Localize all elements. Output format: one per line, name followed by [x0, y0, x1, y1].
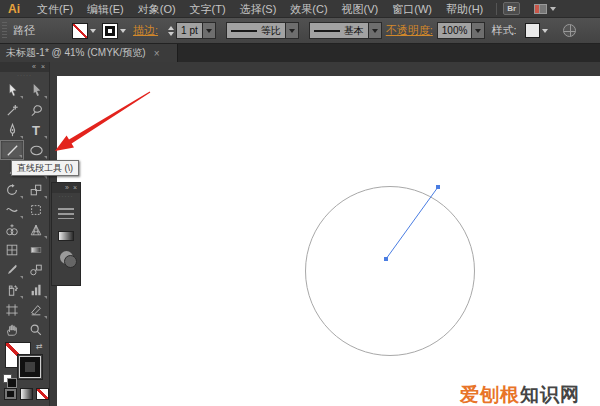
document-setup-icon[interactable]	[563, 24, 576, 37]
stroke-weight-combo[interactable]: 1 pt	[176, 22, 216, 39]
blend-tool[interactable]	[24, 260, 48, 280]
artboard[interactable]: 爱刨根知识网	[57, 76, 600, 406]
chevron-down-icon	[120, 29, 126, 33]
chevron-down-icon	[542, 29, 548, 33]
chevron-down-icon[interactable]	[471, 23, 484, 38]
panel-grip-icon[interactable]: ·····	[0, 72, 49, 80]
transparency-panel-button[interactable]	[56, 249, 76, 266]
brush-definition-value: 基本	[310, 23, 368, 38]
expand-panel-icon[interactable]: »	[65, 183, 69, 193]
color-mode-button[interactable]	[4, 388, 17, 400]
menu-effect[interactable]: 效果(C)	[283, 0, 334, 18]
style-label: 样式:	[491, 23, 516, 38]
eyedropper-tool[interactable]	[0, 260, 24, 280]
lasso-tool[interactable]	[24, 100, 48, 120]
stroke-swatch	[102, 23, 118, 39]
menubar: Ai 文件(F) 编辑(E) 对象(O) 文字(T) 选择(S) 效果(C) 视…	[0, 0, 600, 18]
fill-none-swatch	[72, 23, 88, 39]
chevron-down-icon[interactable]	[368, 23, 381, 38]
free-transform-tool[interactable]	[24, 200, 48, 220]
menu-file[interactable]: 文件(F)	[30, 0, 80, 18]
document-tab-bar: 未标题-1* @ 41% (CMYK/预览) ×	[0, 44, 600, 62]
stroke-swatch-black[interactable]	[17, 354, 43, 380]
canvas-area[interactable]: 爱刨根知识网	[50, 62, 600, 406]
style-swatch	[525, 23, 540, 38]
workspace-switcher-button[interactable]	[534, 4, 556, 14]
fill-color-picker[interactable]	[72, 23, 96, 39]
watermark-gray-text: 知识网	[520, 384, 580, 405]
gradient-panel-button[interactable]	[56, 227, 76, 244]
width-profile-combo[interactable]: 等比	[226, 22, 299, 39]
line-segment-tool[interactable]	[0, 140, 24, 160]
menu-type[interactable]: 文字(T)	[183, 0, 233, 18]
panel-grip-icon[interactable]: ·····	[52, 193, 80, 200]
chevron-down-icon[interactable]	[202, 23, 215, 38]
circle-shape[interactable]	[305, 186, 475, 356]
width-profile-value: 等比	[227, 23, 285, 38]
bridge-button[interactable]: Br	[503, 2, 520, 15]
stroke-color-picker[interactable]	[102, 23, 126, 39]
graphic-style-picker[interactable]	[525, 23, 548, 38]
scale-tool[interactable]	[24, 180, 48, 200]
opacity-combo[interactable]: 100%	[437, 22, 486, 39]
menu-object[interactable]: 对象(O)	[131, 0, 183, 18]
stroke-weight-stepper[interactable]	[168, 26, 174, 36]
chevron-down-icon	[550, 7, 556, 11]
tool-grid: T	[0, 80, 50, 340]
pen-tool[interactable]	[0, 120, 24, 140]
menu-edit[interactable]: 编辑(E)	[80, 0, 131, 18]
ellipse-tool[interactable]	[24, 140, 48, 160]
watermark: 爱刨根知识网	[460, 382, 580, 406]
mesh-tool[interactable]	[0, 240, 24, 260]
document-title: 未标题-1* @ 41% (CMYK/预览)	[6, 46, 146, 60]
zoom-tool[interactable]	[24, 320, 48, 340]
menu-select[interactable]: 选择(S)	[233, 0, 284, 18]
menubar-divider	[496, 3, 497, 15]
shape-builder-tool[interactable]	[0, 220, 24, 240]
stroke-panel-link[interactable]: 描边:	[133, 23, 158, 38]
gradient-icon	[58, 231, 74, 241]
close-icon[interactable]: ×	[41, 62, 45, 72]
menu-help[interactable]: 帮助(H)	[439, 0, 490, 18]
dock-header: » ×	[52, 183, 80, 193]
chevron-down-icon[interactable]	[285, 23, 298, 38]
selection-type-label: 路径	[13, 23, 35, 38]
perspective-grid-tool[interactable]	[24, 220, 48, 240]
symbol-sprayer-tool[interactable]	[0, 280, 24, 300]
document-tab[interactable]: 未标题-1* @ 41% (CMYK/预览) ×	[0, 44, 178, 62]
paint-mode-buttons	[4, 388, 49, 400]
artboard-tool[interactable]	[0, 300, 24, 320]
direct-selection-tool[interactable]	[24, 80, 48, 100]
collapse-panel-icon[interactable]: «	[32, 62, 36, 72]
opacity-value: 100%	[438, 23, 472, 38]
brush-definition-combo[interactable]: 基本	[309, 22, 382, 39]
close-icon[interactable]: ×	[73, 183, 77, 193]
panel-grip-icon[interactable]	[2, 22, 7, 40]
illustrator-window: Ai 文件(F) 编辑(E) 对象(O) 文字(T) 选择(S) 效果(C) 视…	[0, 0, 600, 406]
swap-fill-stroke-icon[interactable]: ⇄	[36, 342, 43, 351]
opacity-panel-link[interactable]: 不透明度:	[386, 23, 433, 38]
gradient-mode-button[interactable]	[20, 388, 33, 400]
none-mode-button[interactable]	[36, 388, 49, 400]
menu-window[interactable]: 窗口(W)	[385, 0, 439, 18]
tools-panel: « × ·····	[0, 62, 50, 406]
control-bar: 路径 描边: 1 pt 等比 基本	[0, 18, 600, 44]
default-fill-stroke-icon[interactable]	[3, 374, 12, 383]
slice-tool[interactable]	[24, 300, 48, 320]
stroke-panel-button[interactable]	[56, 205, 76, 222]
rotate-tool[interactable]	[0, 180, 24, 200]
hand-tool[interactable]	[0, 320, 24, 340]
width-tool[interactable]	[0, 200, 24, 220]
app-logo: Ai	[8, 2, 20, 16]
selection-tool[interactable]	[0, 80, 24, 100]
transparency-icon	[60, 251, 73, 264]
close-icon[interactable]: ×	[154, 48, 160, 59]
collapsed-panel-dock: » × ·····	[51, 182, 81, 286]
menu-view[interactable]: 视图(V)	[335, 0, 386, 18]
type-tool[interactable]: T	[24, 120, 48, 140]
column-graph-tool[interactable]	[24, 280, 48, 300]
magic-wand-tool[interactable]	[0, 100, 24, 120]
gradient-tool[interactable]	[24, 240, 48, 260]
watermark-orange-text: 爱刨根	[460, 384, 520, 405]
main-area: 爱刨根知识网 « × ·····	[0, 62, 600, 406]
